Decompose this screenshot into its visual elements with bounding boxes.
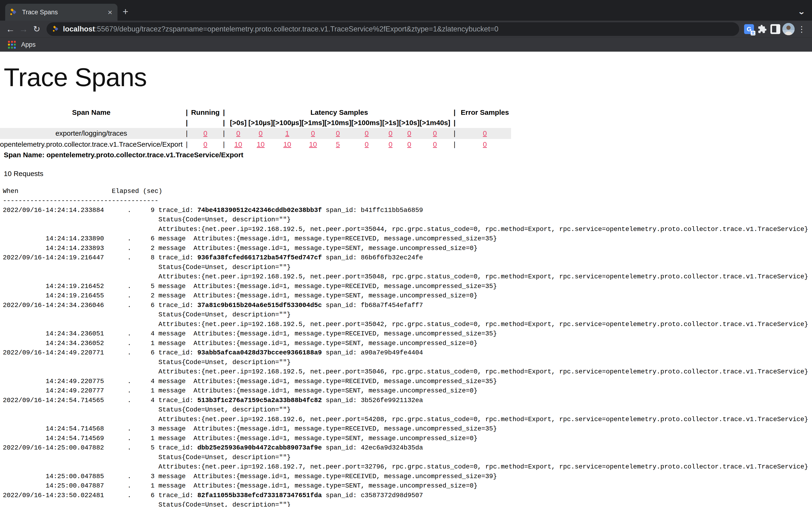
trace-id-value: 74be418390512c42346cddb02e38bb3f xyxy=(197,207,322,214)
sample-count-link[interactable]: 0 xyxy=(389,129,393,137)
count-cell: 0 xyxy=(191,139,220,150)
log-line: Attributes:{net.peer.ip=192.168.192.5, n… xyxy=(3,272,812,282)
log-line: Status{Code=Unset, description=""} xyxy=(3,215,812,225)
log-line: Attributes:{net.peer.ip=192.168.192.6, n… xyxy=(3,415,812,425)
count-cell: 10 xyxy=(228,139,248,150)
sample-count-link[interactable]: 0 xyxy=(203,129,207,137)
tab-close-icon[interactable]: × xyxy=(107,8,113,16)
spacer-cell xyxy=(0,118,183,128)
sample-count-link[interactable]: 10 xyxy=(234,140,242,148)
sample-count-link[interactable]: 10 xyxy=(283,140,291,148)
sample-count-link[interactable]: 0 xyxy=(407,129,411,137)
span-summary-table: Span Name | Running | Latency Samples | … xyxy=(0,107,511,150)
bucket-label: [>10s] xyxy=(399,118,420,128)
col-separator: | xyxy=(183,118,191,128)
apps-grid-icon[interactable] xyxy=(8,41,16,49)
col-separator: | xyxy=(450,139,459,150)
apps-bookmark[interactable]: Apps xyxy=(21,41,36,48)
new-tab-icon[interactable]: + xyxy=(120,7,131,17)
tab-title: Trace Spans xyxy=(22,9,107,16)
sample-count-link[interactable]: 0 xyxy=(433,129,437,137)
count-cell: 0 xyxy=(351,128,382,139)
sample-count-link[interactable]: 0 xyxy=(203,140,207,148)
log-line: Status{Code=Unset, description=""} xyxy=(3,263,812,272)
tab-search-chevron-icon[interactable]: ⌄ xyxy=(798,7,805,16)
count-cell: 0 xyxy=(382,139,399,150)
sample-count-link[interactable]: 0 xyxy=(483,140,487,148)
count-cell: 0 xyxy=(301,128,324,139)
sample-count-link[interactable]: 0 xyxy=(389,140,393,148)
request-log: When Elapsed (sec)----------------------… xyxy=(3,186,812,507)
sample-count-link[interactable]: 10 xyxy=(309,140,317,148)
log-line: 14:25:00.047887 . 1 message Attributes:{… xyxy=(3,481,812,491)
col-separator: | xyxy=(183,139,191,150)
log-line: Attributes:{net.peer.ip=192.168.192.7, n… xyxy=(3,462,812,472)
trace-id-value: 936fa38fcfed661712ba547f5ed747cf xyxy=(197,254,322,261)
side-panel-icon[interactable] xyxy=(769,22,782,36)
bucket-label: [>10µs] xyxy=(248,118,273,128)
log-line: 14:24:49.220777 . 1 message Attributes:{… xyxy=(3,386,812,396)
selected-span-label: Span Name: opentelemetry.proto.collector… xyxy=(4,150,812,160)
sample-count-link[interactable]: 0 xyxy=(311,129,315,137)
log-line: 14:24:34.236052 . 1 message Attributes:{… xyxy=(3,339,812,348)
url-path: :55679/debug/tracez?zspanname=openteleme… xyxy=(95,25,498,33)
count-cell: 0 xyxy=(191,128,220,139)
otel-favicon-icon xyxy=(9,8,17,17)
translate-icon[interactable]: G文 xyxy=(743,22,756,36)
otel-favicon-icon xyxy=(52,25,59,33)
count-cell: 0 xyxy=(324,128,351,139)
bucket-label: [>1m40s] xyxy=(420,118,450,128)
sample-count-link[interactable]: 10 xyxy=(257,140,264,148)
sample-count-link[interactable]: 1 xyxy=(285,129,289,137)
log-line: 2022/09/16-14:24:19.216447 . 8 trace_id:… xyxy=(3,253,812,263)
count-cell: 0 xyxy=(420,139,450,150)
col-separator: | xyxy=(450,128,459,139)
sample-count-link[interactable]: 0 xyxy=(483,129,487,137)
count-cell: 0 xyxy=(420,128,450,139)
sample-count-link[interactable]: 0 xyxy=(365,129,369,137)
table-row: exporter/logging/traces|0|001000000|0 xyxy=(0,128,511,139)
bucket-label: [>10ms] xyxy=(324,118,351,128)
col-latency-samples: Latency Samples xyxy=(228,107,450,118)
log-line: 14:25:00.047885 . 3 message Attributes:{… xyxy=(3,472,812,482)
sample-count-link[interactable]: 0 xyxy=(236,129,240,137)
bucket-label: [>1s] xyxy=(382,118,399,128)
log-line: 14:24:19.216452 . 5 message Attributes:{… xyxy=(3,282,812,291)
col-separator: | xyxy=(220,107,228,118)
browser-tab[interactable]: Trace Spans × xyxy=(5,4,117,21)
sample-count-link[interactable]: 0 xyxy=(407,140,411,148)
col-running: Running xyxy=(191,107,220,118)
reload-icon[interactable]: ↻ xyxy=(30,22,43,36)
log-line: 2022/09/16-14:24:14.233884 . 9 trace_id:… xyxy=(3,206,812,215)
col-separator: | xyxy=(450,118,459,128)
log-line: 14:24:14.233893 . 2 message Attributes:{… xyxy=(3,244,812,253)
sample-count-link[interactable]: 0 xyxy=(433,140,437,148)
profile-avatar[interactable] xyxy=(782,22,795,36)
log-line: 14:24:54.714568 . 3 message Attributes:{… xyxy=(3,424,812,434)
count-cell: 10 xyxy=(248,139,273,150)
log-line: 2022/09/16-14:23:50.022481 . 6 trace_id:… xyxy=(3,491,812,500)
browser-menu-icon[interactable]: ⋮ xyxy=(795,22,808,36)
sample-count-link[interactable]: 0 xyxy=(336,129,340,137)
log-line: 2022/09/16-14:24:34.236046 . 6 trace_id:… xyxy=(3,301,812,310)
sample-count-link[interactable]: 0 xyxy=(259,129,263,137)
forward-icon: → xyxy=(17,22,30,36)
requests-count: 10 Requests xyxy=(4,169,812,178)
translate-sub-glyph: 文 xyxy=(751,31,755,36)
log-line: ---------------------------------------- xyxy=(3,196,812,206)
log-line: Status{Code=Unset, description=""} xyxy=(3,310,812,320)
count-cell: 0 xyxy=(459,139,511,150)
address-bar[interactable]: localhost:55679/debug/tracez?zspanname=o… xyxy=(47,22,739,36)
log-line: 14:24:34.236051 . 4 message Attributes:{… xyxy=(3,329,812,339)
back-icon[interactable]: ← xyxy=(4,22,17,36)
browser-toolbar: ← → ↻ localhost:55679/debug/tracez?zspan… xyxy=(0,21,812,38)
log-line: Attributes:{net.peer.ip=192.168.192.5, n… xyxy=(3,320,812,329)
count-cell: 0 xyxy=(459,128,511,139)
count-cell: 5 xyxy=(324,139,351,150)
sample-count-link[interactable]: 0 xyxy=(365,140,369,148)
extensions-puzzle-icon[interactable] xyxy=(756,22,769,36)
sample-count-link[interactable]: 5 xyxy=(336,140,340,148)
count-cell: 0 xyxy=(248,128,273,139)
log-line: 14:24:49.220775 . 4 message Attributes:{… xyxy=(3,377,812,386)
trace-id-value: 82fa11055b338efcd733187347651fda xyxy=(197,492,322,499)
